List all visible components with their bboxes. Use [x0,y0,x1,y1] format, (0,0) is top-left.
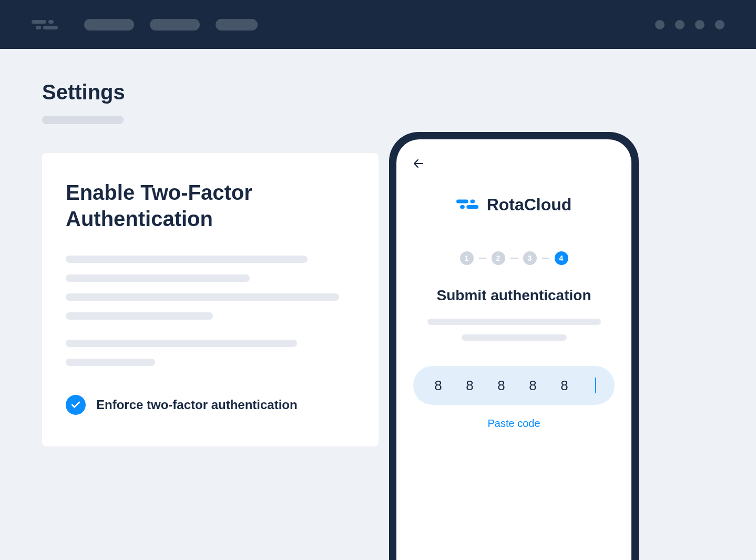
brand-logo-icon [456,197,479,213]
step-1: 1 [460,251,474,265]
step-separator [510,258,518,259]
code-digit-4: 8 [527,378,539,394]
step-3: 3 [523,251,537,265]
step-separator [479,258,486,259]
settings-card: Enable Two-Factor Authentication Enforce… [42,153,379,446]
svg-rect-8 [466,205,478,208]
svg-rect-7 [460,205,465,208]
svg-rect-1 [48,20,54,24]
phone-mock: RotaCloud 1 2 3 4 Submit authentication … [389,132,639,560]
code-digit-2: 8 [464,378,476,394]
phone-brand: RotaCloud [409,195,619,215]
phone-body-placeholder [409,319,619,341]
top-navbar [0,0,756,49]
code-cursor [595,378,596,393]
step-indicator: 1 2 3 4 [409,251,619,265]
page-content: Settings Enable Two-Factor Authenticatio… [0,49,756,478]
svg-rect-2 [36,26,41,29]
navbar-left [32,17,258,33]
step-4: 4 [555,251,568,265]
navbar-icon-placeholder[interactable] [695,20,704,29]
navbar-icon-placeholder[interactable] [675,20,685,29]
svg-rect-6 [470,199,475,203]
phone-screen: RotaCloud 1 2 3 4 Submit authentication … [396,139,631,560]
step-2: 2 [492,251,505,265]
svg-rect-5 [456,199,468,203]
back-button[interactable] [412,157,425,170]
code-digit-3: 8 [495,378,508,394]
nav-item-placeholder[interactable] [216,19,258,30]
enforce-2fa-toggle[interactable]: Enforce two-factor authentication [66,395,355,415]
check-icon [66,395,86,415]
nav-links-placeholder [84,19,258,30]
page-title: Settings [42,80,714,104]
code-digit-5: 8 [558,378,571,394]
auth-code-input[interactable]: 8 8 8 8 8 [413,366,615,405]
subtitle-placeholder [42,116,124,124]
nav-item-placeholder[interactable] [84,19,134,30]
paste-code-link[interactable]: Paste code [409,418,619,430]
nav-item-placeholder[interactable] [150,19,200,30]
brand-name: RotaCloud [487,195,572,215]
card-body-placeholder-1 [66,256,355,320]
navbar-icon-placeholder[interactable] [715,20,724,29]
navbar-icon-placeholder[interactable] [655,20,665,29]
card-title: Enable Two-Factor Authentication [66,179,355,232]
phone-heading: Submit authentication [409,287,619,304]
card-body-placeholder-2 [66,340,355,366]
enforce-2fa-label: Enforce two-factor authentication [96,398,298,412]
code-digit-1: 8 [432,378,445,394]
navbar-right-icons [655,20,724,29]
step-separator [542,258,549,259]
svg-rect-3 [43,26,58,29]
svg-rect-0 [32,20,46,24]
brand-logo-icon[interactable] [32,17,58,33]
